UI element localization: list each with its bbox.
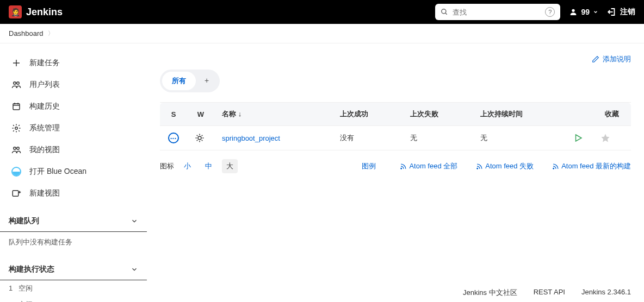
logout-link[interactable]: 注销 [607, 7, 635, 17]
feed-latest-link[interactable]: Atom feed 最新的构建 [552, 161, 631, 171]
svg-point-11 [15, 127, 18, 130]
views-icon [11, 144, 22, 155]
col-name[interactable]: 名称 ↓ [214, 103, 332, 126]
table-row: ••• springboot_project 没有 无 无 [160, 126, 631, 150]
col-status[interactable]: S [160, 103, 187, 126]
blue-ocean-icon [11, 166, 22, 177]
footer-version[interactable]: Jenkins 2.346.1 [581, 288, 631, 298]
executor-row: 1 空闲 [0, 280, 147, 297]
svg-point-5 [14, 82, 16, 85]
chevron-down-icon [593, 9, 598, 15]
legend-link[interactable]: 图例 [362, 161, 376, 171]
top-header: 🤵 Jenkins ? 99 注销 [0, 0, 644, 24]
col-last-duration[interactable]: 上次持续时间 [473, 103, 566, 126]
user-menu[interactable]: 99 [569, 8, 598, 16]
tab-add[interactable]: + [196, 72, 218, 90]
sidebar-item-history[interactable]: 构建历史 [9, 96, 138, 117]
rss-icon [400, 163, 407, 170]
help-icon[interactable]: ? [545, 7, 555, 17]
col-last-failure[interactable]: 上次失败 [403, 103, 473, 126]
status-notbuilt-icon: ••• [168, 133, 179, 143]
sidebar-item-label: 打开 Blue Ocean [29, 167, 86, 177]
svg-line-24 [197, 140, 198, 141]
sidebar-item-label: 新建视图 [29, 188, 60, 198]
svg-point-13 [17, 147, 20, 150]
svg-marker-27 [602, 134, 610, 142]
col-run [566, 103, 593, 126]
svg-line-1 [445, 13, 447, 15]
page-footer: Jenkins 中文社区 REST API Jenkins 2.346.1 [463, 288, 631, 298]
svg-point-30 [553, 168, 554, 169]
sidebar-item-newview[interactable]: 新建视图 [9, 183, 138, 204]
run-build-icon[interactable] [573, 133, 585, 143]
sidebar: 新建任务 用户列表 构建历史 系统管理 我的视图 打开 Blue Ocean [0, 43, 147, 302]
cell-last-duration: 无 [473, 126, 566, 150]
chevron-down-icon [131, 266, 138, 273]
icon-size-large[interactable]: 大 [222, 159, 238, 173]
add-description-link[interactable]: 添加说明 [592, 54, 631, 64]
weather-sunny-icon [195, 133, 207, 143]
footer-community[interactable]: Jenkins 中文社区 [463, 288, 517, 298]
svg-point-0 [442, 9, 446, 14]
icon-size-medium[interactable]: 中 [201, 159, 216, 173]
col-last-success[interactable]: 上次成功 [332, 103, 403, 126]
queue-title: 构建队列 [9, 216, 39, 226]
newview-icon [11, 188, 22, 199]
feed-all-link[interactable]: Atom feed 全部 [400, 161, 457, 171]
user-label: 99 [581, 8, 590, 16]
cell-last-failure: 无 [403, 126, 473, 150]
cell-last-success: 没有 [332, 126, 403, 150]
chevron-down-icon [131, 217, 138, 225]
sidebar-item-users[interactable]: 用户列表 [9, 74, 138, 96]
sidebar-item-label: 新建任务 [29, 58, 60, 68]
search-input[interactable] [453, 8, 545, 16]
header-right: ? 99 注销 [435, 4, 635, 20]
icon-size-label: 图标 [160, 161, 174, 171]
sidebar-item-myviews[interactable]: 我的视图 [9, 139, 138, 161]
favorite-star-icon[interactable] [600, 133, 623, 143]
sidebar-item-new[interactable]: 新建任务 [9, 52, 138, 74]
tab-all[interactable]: 所有 [162, 72, 196, 90]
rss-icon [476, 163, 483, 170]
logout-icon [607, 7, 617, 17]
logout-label: 注销 [620, 7, 635, 17]
build-queue-header[interactable]: 构建队列 [0, 211, 147, 232]
col-weather[interactable]: W [187, 103, 214, 126]
search-icon [441, 8, 448, 16]
svg-line-25 [202, 135, 203, 136]
svg-rect-14 [13, 191, 18, 197]
main-content: 添加说明 所有 + S W 名称 ↓ 上次成功 上次失败 上次持续时间 收藏 [147, 43, 644, 302]
breadcrumb-item[interactable]: Dashboard [9, 29, 44, 37]
svg-point-28 [401, 168, 402, 169]
feed-fail-link[interactable]: Atom feed 失败 [476, 161, 534, 171]
jenkins-logo-icon: 🤵 [9, 5, 22, 18]
chevron-right-icon: 〉 [48, 29, 54, 37]
gear-icon [11, 123, 22, 134]
footer-restapi[interactable]: REST API [534, 288, 565, 298]
executor-title: 构建执行状态 [9, 265, 54, 274]
brand-name: Jenkins [26, 7, 63, 18]
executor-header[interactable]: 构建执行状态 [0, 259, 147, 280]
logo[interactable]: 🤵 Jenkins [9, 5, 63, 18]
svg-point-17 [198, 136, 201, 140]
sidebar-item-label: 用户列表 [29, 80, 60, 90]
col-favorite[interactable]: 收藏 [593, 103, 631, 126]
users-icon [11, 79, 22, 90]
svg-point-2 [572, 9, 575, 12]
svg-rect-7 [13, 104, 20, 110]
sidebar-item-blueocean[interactable]: 打开 Blue Ocean [9, 161, 138, 183]
sidebar-item-manage[interactable]: 系统管理 [9, 117, 138, 139]
user-icon [569, 8, 578, 16]
edit-icon [592, 55, 599, 63]
job-link[interactable]: springboot_project [222, 134, 280, 142]
queue-empty: 队列中没有构建任务 [0, 232, 147, 253]
svg-marker-26 [576, 135, 582, 141]
search-container[interactable]: ? [435, 4, 560, 20]
view-tabs: 所有 + [160, 70, 220, 92]
sidebar-item-label: 系统管理 [29, 123, 60, 133]
executor-row: 2 空闲 [0, 297, 147, 302]
rss-icon [552, 163, 559, 170]
svg-point-6 [17, 82, 20, 85]
svg-line-22 [197, 135, 198, 136]
icon-size-small[interactable]: 小 [179, 159, 195, 173]
